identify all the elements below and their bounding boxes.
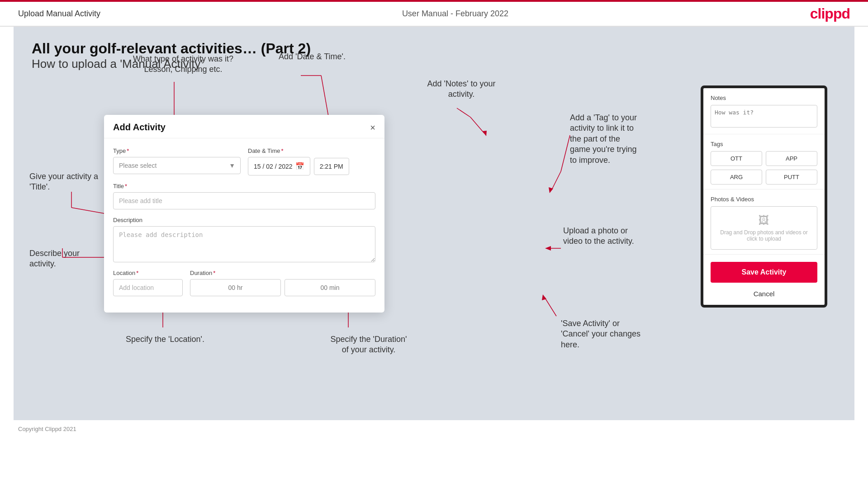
form-group-description: Description [113,217,375,262]
tags-section: Tags OTT APP ARG PUTT [703,134,825,190]
annotation-duration: Specify the 'Duration' of your activity. [317,334,421,355]
phone-panel: Notes Tags OTT APP ARG PUTT Photos & Vid… [701,85,836,308]
form-group-datetime: Date & Time* 15 / 02 / 2022 📅 2:21 PM [248,147,375,175]
top-bar: Upload Manual Activity User Manual - Feb… [0,0,868,27]
photos-label: Photos & Videos [711,196,817,203]
type-select-wrapper: Please select ▼ [113,157,241,174]
annotation-title: Give your activity a 'Title'. [29,171,106,193]
tags-grid: OTT APP ARG PUTT [711,151,817,185]
accent-bar [0,0,868,2]
svg-line-22 [552,171,561,190]
photos-section: Photos & Videos 🖼 Drag and Drop photos a… [703,190,825,255]
type-select[interactable]: Please select [113,157,241,174]
annotation-datetime: Add 'Date & Time'. [267,52,357,62]
svg-marker-25 [545,246,551,251]
svg-line-18 [457,108,470,117]
notes-textarea[interactable] [711,105,817,128]
notes-section: Notes [703,88,825,134]
form-group-location: Location* [113,270,183,296]
calendar-icon: 📅 [295,162,304,171]
notes-label: Notes [711,95,817,101]
type-label: Type* [113,147,241,154]
annotation-photos: Upload a photo or video to the activity. [563,226,667,247]
title-label: Title* [113,183,375,190]
form-row-location-duration: Location* Duration* [113,270,375,296]
manual-label: User Manual - February 2022 [402,9,508,19]
svg-line-26 [545,298,556,316]
cancel-button[interactable]: Cancel [711,290,817,298]
page-label: Upload Manual Activity [18,9,100,19]
svg-marker-20 [482,131,487,136]
duration-label: Duration* [190,270,375,276]
annotation-tags: Add a 'Tag' to your activity to link it … [570,113,674,166]
description-label: Description [113,217,375,223]
duration-min-input[interactable] [285,279,375,296]
tag-app[interactable]: APP [766,151,817,166]
save-activity-button[interactable]: Save Activity [711,262,817,283]
phone-screen: Notes Tags OTT APP ARG PUTT Photos & Vid… [701,85,827,308]
svg-marker-23 [549,187,553,193]
tag-arg[interactable]: ARG [711,170,762,185]
description-textarea[interactable] [113,226,375,262]
location-label: Location* [113,270,183,276]
dialog-close-button[interactable]: × [370,123,375,132]
svg-line-19 [470,117,484,133]
form-row-type-datetime: Type* Please select ▼ Date & Time* [113,147,375,175]
logo: clippd [810,5,850,22]
tag-ott[interactable]: OTT [711,151,762,166]
svg-line-21 [561,135,570,171]
duration-group [190,279,375,296]
dialog-body: Type* Please select ▼ Date & Time* [104,138,384,313]
date-input[interactable]: 15 / 02 / 2022 📅 [248,157,310,175]
annotation-type: What type of activity was it? Lesson, Ch… [131,54,235,75]
photos-hint: Drag and Drop photos and videos or click… [720,229,807,242]
upload-icon: 🖼 [715,214,813,227]
title-input[interactable] [113,192,375,209]
annotation-description: Describe your activity. [29,248,100,270]
main-content: All your golf-relevant activities… (Part… [14,27,854,420]
form-group-duration: Duration* [190,270,375,296]
form-group-type: Type* Please select ▼ [113,147,241,175]
annotation-location: Specify the 'Location'. [120,334,210,345]
footer: Copyright Clippd 2021 [0,420,868,438]
annotation-save: 'Save Activity' or 'Cancel' your changes… [561,318,665,350]
svg-marker-27 [542,294,546,300]
photos-dropzone[interactable]: 🖼 Drag and Drop photos and videos or cli… [711,206,817,250]
location-input[interactable] [113,279,183,296]
annotation-notes: Add 'Notes' to your activity. [416,79,507,100]
copyright: Copyright Clippd 2021 [18,426,76,432]
tags-label: Tags [711,141,817,147]
tag-putt[interactable]: PUTT [766,170,817,185]
form-group-title: Title* [113,183,375,209]
dialog-title: Add Activity [113,122,166,133]
time-input[interactable]: 2:21 PM [314,158,349,175]
duration-hr-input[interactable] [190,279,281,296]
dialog-header: Add Activity × [104,115,384,138]
datetime-group: 15 / 02 / 2022 📅 2:21 PM [248,157,375,175]
datetime-label: Date & Time* [248,147,375,154]
add-activity-dialog: Add Activity × Type* Please select ▼ [104,115,384,313]
